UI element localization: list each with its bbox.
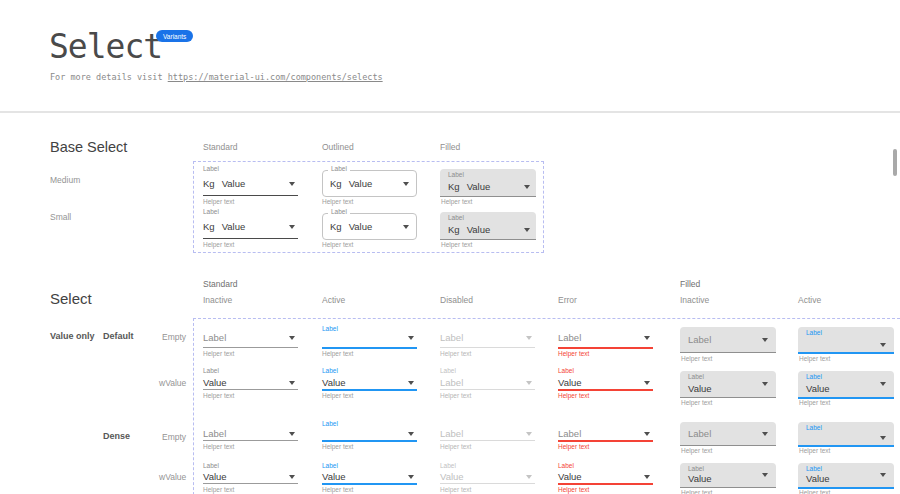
field-underline <box>203 238 298 239</box>
field-underline <box>558 440 653 442</box>
select-field-filled-inactive-r1[interactable]: LabelValueHelper text <box>680 367 776 401</box>
base-filled-small-select[interactable]: Label KgValue Helper text <box>440 208 536 244</box>
field-value: Value <box>322 377 346 389</box>
select-field-filled-active-r2[interactable]: LabelHelper text <box>798 420 894 454</box>
select-field-standard-inactive-r3[interactable]: LabelValueHelper text <box>203 462 298 494</box>
row-label-small: Small <box>50 212 71 222</box>
prefix-adornment: Kg <box>448 181 460 192</box>
select-field-standard-error-r0[interactable]: LabelHelper text <box>558 325 653 359</box>
field-value: Label <box>688 334 711 346</box>
select-field-standard-inactive-r0[interactable]: LabelHelper text <box>203 325 298 359</box>
base-standard-small-select[interactable]: Label KgValue Helper text <box>203 208 298 244</box>
field-label: Label <box>203 209 219 216</box>
select-field-standard-error-r2[interactable]: LabelHelper text <box>558 420 653 454</box>
field-value: Value <box>806 473 830 485</box>
dropdown-caret-icon <box>289 432 295 436</box>
dropdown-caret-icon <box>644 381 650 385</box>
select-field-standard-active-r3[interactable]: LabelValueHelper text <box>322 462 417 494</box>
row-label-value-only: Value only <box>50 331 95 341</box>
group-header-standard: Standard <box>203 279 238 289</box>
field-value: Label <box>440 332 463 344</box>
prefix-adornment: Kg <box>203 178 215 189</box>
prefix-adornment: Kg <box>330 178 342 189</box>
group-header-filled: Filled <box>680 279 700 289</box>
field-value: Label <box>558 428 581 440</box>
field-value: Value <box>222 178 246 189</box>
helper-text: Helper text <box>440 487 471 494</box>
select-field-standard-disabled-r3[interactable]: LabelValueHelper text <box>440 462 535 494</box>
select-field-filled-inactive-r2[interactable]: LabelHelper text <box>680 420 776 454</box>
helper-text: Helper text <box>203 444 234 451</box>
field-underline <box>322 389 417 391</box>
helper-text: Helper text <box>558 393 589 400</box>
field-floating-label: Label <box>806 374 822 381</box>
select-field-standard-active-r0[interactable]: LabelHelper text <box>322 325 417 359</box>
dropdown-caret-icon <box>644 475 650 479</box>
field-floating-label: Label <box>322 368 338 375</box>
base-outlined-medium-select[interactable]: Label KgValue Helper text <box>322 165 417 201</box>
field-floating-label: Label <box>322 326 338 333</box>
dropdown-caret-icon <box>403 182 409 186</box>
field-value: Value <box>222 221 246 232</box>
state-header-standard-disabled: Disabled <box>440 295 473 305</box>
select-field-standard-error-r1[interactable]: LabelValueHelper text <box>558 367 653 401</box>
field-value: Value <box>467 181 491 192</box>
variants-badge: Variants <box>156 30 193 42</box>
select-field-standard-inactive-r2[interactable]: LabelHelper text <box>203 420 298 454</box>
select-field-filled-inactive-r3[interactable]: LabelValueHelper text <box>680 462 776 494</box>
field-value: Value <box>558 377 582 389</box>
select-field-standard-error-r3[interactable]: LabelValueHelper text <box>558 462 653 494</box>
field-floating-label: Label <box>440 368 456 375</box>
dropdown-caret-icon <box>644 432 650 436</box>
dropdown-caret-icon <box>644 336 650 340</box>
select-field-standard-inactive-r1[interactable]: LabelValueHelper text <box>203 367 298 401</box>
select-field-filled-active-r3[interactable]: LabelValueHelper text <box>798 462 894 494</box>
select-field-filled-inactive-r0[interactable]: LabelHelper text <box>680 325 776 359</box>
field-value: Value <box>806 383 830 395</box>
helper-text: Helper text <box>203 487 234 494</box>
description-text: For more details visit <box>50 72 168 82</box>
field-floating-label: Label <box>806 425 822 432</box>
helper-text: Helper text <box>681 448 712 455</box>
helper-text: Helper text <box>799 490 830 494</box>
base-standard-medium-select[interactable]: Label KgValue Helper text <box>203 165 298 201</box>
field-underline <box>203 389 298 390</box>
field-value: Value <box>349 178 373 189</box>
select-field-standard-active-r1[interactable]: LabelValueHelper text <box>322 367 417 401</box>
helper-text: Helper text <box>441 242 472 249</box>
page-title: Select <box>49 27 162 66</box>
dropdown-caret-icon <box>880 382 886 386</box>
dropdown-caret-icon <box>408 475 414 479</box>
dropdown-caret-icon <box>526 432 532 436</box>
field-underline <box>203 195 298 196</box>
field-underline <box>558 347 653 349</box>
field-value: Value <box>467 224 491 235</box>
dropdown-caret-icon <box>289 336 295 340</box>
select-field-standard-disabled-r2[interactable]: LabelHelper text <box>440 420 535 454</box>
field-value: Label <box>688 428 711 440</box>
select-field-standard-active-r2[interactable]: LabelHelper text <box>322 420 417 454</box>
field-underline <box>322 440 417 442</box>
field-value: Value <box>322 471 346 483</box>
field-value: Value <box>203 471 227 483</box>
helper-text: Helper text <box>799 448 830 455</box>
select-field-standard-disabled-r1[interactable]: LabelLabelHelper text <box>440 367 535 401</box>
field-label: Label <box>448 215 464 222</box>
field-value: Label <box>203 332 226 344</box>
base-filled-medium-select[interactable]: Label KgValue Helper text <box>440 165 536 201</box>
row-label-wvalue-dense: wValue <box>159 472 186 482</box>
dropdown-caret-icon <box>762 338 768 342</box>
field-label: Label <box>448 172 464 179</box>
field-underline <box>440 483 535 484</box>
select-field-standard-disabled-r0[interactable]: LabelHelper text <box>440 325 535 359</box>
select-field-filled-active-r1[interactable]: LabelValueHelper text <box>798 367 894 401</box>
column-header-outlined: Outlined <box>322 142 354 152</box>
scrollbar-thumb[interactable] <box>893 149 897 176</box>
select-field-filled-active-r0[interactable]: LabelHelper text <box>798 325 894 359</box>
field-value: Value <box>349 221 373 232</box>
helper-text: Helper text <box>203 199 234 206</box>
state-header-filled-active: Active <box>798 295 821 305</box>
row-label-dense: Dense <box>103 431 130 441</box>
material-ui-link[interactable]: https://material-ui.com/components/selec… <box>168 72 383 82</box>
base-outlined-small-select[interactable]: Label KgValue Helper text <box>322 208 417 244</box>
